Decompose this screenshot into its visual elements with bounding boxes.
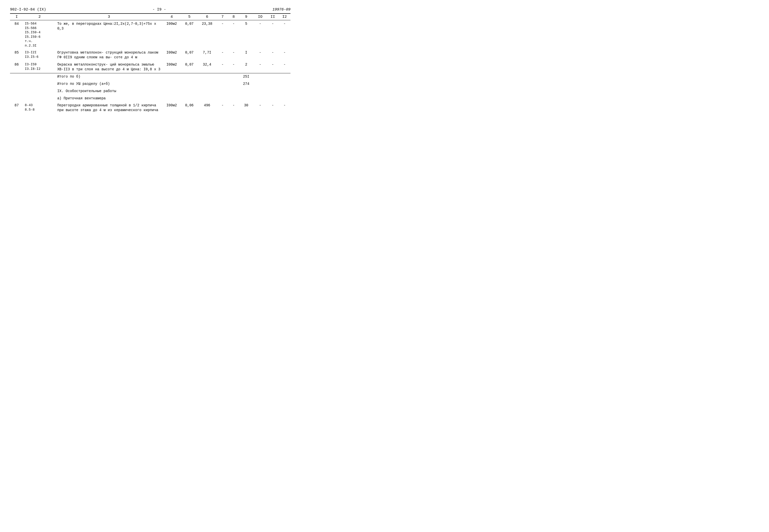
summary-col9-2: 274 (239, 80, 254, 88)
row-col8-85: - (228, 49, 239, 61)
row-col12-84: - (279, 20, 290, 49)
row-col11-85: - (267, 49, 279, 61)
summary-col9-1: 25I (239, 73, 254, 80)
summary-row-1: Итого по б) 25I (10, 73, 290, 80)
row-col12-85: - (279, 49, 290, 61)
row-col8-86: - (228, 61, 239, 73)
row-desc-87: Перегородки армированные толщиной в 1/2 … (56, 102, 162, 114)
row-col10-87: - (254, 102, 267, 114)
row-col9-84: 5 (239, 20, 254, 49)
row-code-84: I5-564 I5-566 I5.I59-4 I5.I59-6 т.ч. п.2… (23, 20, 56, 49)
col-header-3: 3 (56, 14, 162, 20)
row-col4-85: I00м2 (162, 49, 181, 61)
row-col10-86: - (254, 61, 267, 73)
section-subtitle-row: а) Приточная венткамера (10, 95, 290, 102)
table-row: 84 I5-564 I5-566 I5.I59-4 I5.I59-6 т.ч. … (10, 20, 290, 49)
row-code-86: I3-I59 I3.I8-I2 (23, 61, 56, 73)
table-row: 85 I3-I2I I3.I5-6 Огрунтовка металлокон-… (10, 49, 290, 61)
row-col6-85: 7,7I (197, 49, 217, 61)
summary-label-2: Итого по УШ разделу (а+б) (56, 80, 162, 88)
main-table: I 2 3 4 5 6 7 8 9 IO II I2 84 I5-564 I5-… (10, 13, 290, 114)
section-title: IX. Особостроительные работы (56, 88, 162, 95)
row-col7-86: - (217, 61, 228, 73)
row-desc-85: Огрунтовка металлокон- струкций монорель… (56, 49, 162, 61)
summary-row-2: Итого по УШ разделу (а+б) 274 (10, 80, 290, 88)
row-col5-84: 0,07 (181, 20, 197, 49)
section-subtitle: а) Приточная венткамера (56, 95, 162, 102)
row-col8-84: - (228, 20, 239, 49)
row-col4-84: I00м2 (162, 20, 181, 49)
col-header-1: I (10, 14, 23, 20)
col-header-2: 2 (23, 14, 56, 20)
row-col4-87: I00м2 (162, 102, 181, 114)
row-col5-85: 0,07 (181, 49, 197, 61)
col-header-5: 5 (181, 14, 197, 20)
row-col11-84: - (267, 20, 279, 49)
row-col6-86: 32,4 (197, 61, 217, 73)
page-number: - I9 - (46, 8, 272, 12)
row-col5-86: 0,07 (181, 61, 197, 73)
row-col6-87: 496 (197, 102, 217, 114)
row-col10-84: - (254, 20, 267, 49)
row-col11-87: - (267, 102, 279, 114)
col-header-7: 7 (217, 14, 228, 20)
doc-code: 19976-09 (272, 8, 290, 12)
row-code-87: 8-43 8.5-8 (23, 102, 56, 114)
row-num-86: 86 (10, 61, 23, 73)
row-col5-87: 0,06 (181, 102, 197, 114)
row-col12-87: - (279, 102, 290, 114)
col-header-10: IO (254, 14, 267, 20)
row-col12-86: - (279, 61, 290, 73)
col-header-4: 4 (162, 14, 181, 20)
row-col9-86: 2 (239, 61, 254, 73)
table-row: 86 I3-I59 I3.I8-I2 Окраска металлоконстр… (10, 61, 290, 73)
col-header-8: 8 (228, 14, 239, 20)
row-col8-87: - (228, 102, 239, 114)
row-col4-86: I00м2 (162, 61, 181, 73)
summary-label-1: Итого по б) (56, 73, 162, 80)
table-row-87: 87 8-43 8.5-8 Перегородки армированные т… (10, 102, 290, 114)
col-header-6: 6 (197, 14, 217, 20)
row-desc-84: То же, в перегородках Цена:2I,2х(2,7-0,3… (56, 20, 162, 49)
col-header-9: 9 (239, 14, 254, 20)
row-num-84: 84 (10, 20, 23, 49)
row-code-85: I3-I2I I3.I5-6 (23, 49, 56, 61)
col-header-12: I2 (279, 14, 290, 20)
page-header: 902-I-92-84 (IX) - I9 - 19976-09 (10, 8, 290, 12)
col-header-11: II (267, 14, 279, 20)
row-col7-85: - (217, 49, 228, 61)
row-num-87: 87 (10, 102, 23, 114)
row-col7-87: - (217, 102, 228, 114)
row-col9-85: I (239, 49, 254, 61)
doc-number: 902-I-92-84 (IX) (10, 8, 46, 12)
row-col9-87: 30 (239, 102, 254, 114)
row-num-85: 85 (10, 49, 23, 61)
row-desc-86: Окраска металлоконструк- ций монорельса … (56, 61, 162, 73)
row-col6-84: 23,38 (197, 20, 217, 49)
row-col11-86: - (267, 61, 279, 73)
row-col10-85: - (254, 49, 267, 61)
row-col7-84: - (217, 20, 228, 49)
section-title-row: IX. Особостроительные работы (10, 88, 290, 95)
